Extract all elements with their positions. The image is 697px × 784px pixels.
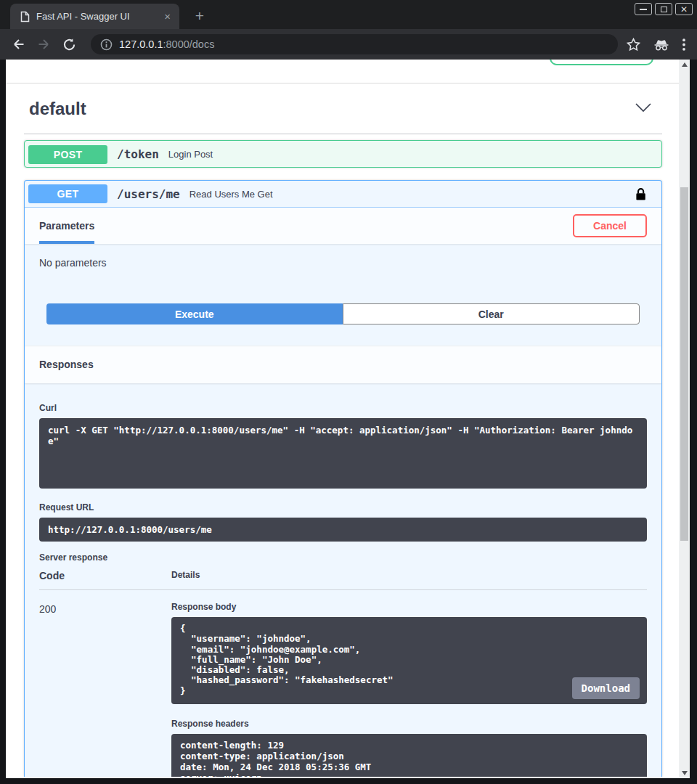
response-row-200: 200 Response body { "username": "johndoe… bbox=[39, 590, 647, 777]
maximize-icon bbox=[661, 7, 667, 12]
back-icon bbox=[12, 38, 25, 51]
forward-icon bbox=[37, 38, 51, 51]
tab-parameters[interactable]: Parameters bbox=[39, 208, 94, 244]
get-users-me-summary[interactable]: GET /users/me Read Users Me Get bbox=[25, 181, 661, 208]
browser-chrome: Fast API - Swagger UI × + ✕ 127.0.0.1:80… bbox=[0, 0, 697, 60]
reload-icon bbox=[62, 38, 76, 52]
cancel-button[interactable]: Cancel bbox=[573, 214, 647, 237]
minimize-icon bbox=[640, 9, 647, 10]
browser-tab[interactable]: Fast API - Swagger UI × bbox=[10, 4, 179, 29]
scroll-down-icon[interactable] bbox=[679, 768, 690, 778]
request-url: http://127.0.0.1:8000/users/me bbox=[39, 518, 647, 542]
parameters-body: No parameters Execute Clear bbox=[25, 244, 661, 346]
auth-lock-icon[interactable] bbox=[635, 187, 646, 201]
clear-button[interactable]: Clear bbox=[343, 303, 640, 324]
curl-label: Curl bbox=[39, 403, 647, 413]
request-url-label: Request URL bbox=[39, 502, 647, 513]
download-button[interactable]: Download bbox=[572, 677, 640, 699]
get-path: /users/me bbox=[117, 187, 180, 201]
minimize-button[interactable] bbox=[635, 3, 652, 15]
code-column-header: Code bbox=[39, 570, 171, 581]
url-bar[interactable]: 127.0.0.1:8000/docs bbox=[91, 34, 618, 54]
response-headers: content-length: 129 content-type: applic… bbox=[171, 734, 647, 777]
site-info-icon[interactable] bbox=[100, 38, 113, 51]
info-section-bottom bbox=[6, 60, 679, 83]
toolbar-right-icons bbox=[624, 38, 688, 52]
post-summary-text: Login Post bbox=[168, 149, 213, 160]
no-parameters-text: No parameters bbox=[39, 257, 647, 269]
tab-bar: Fast API - Swagger UI × + ✕ bbox=[0, 0, 697, 29]
response-table-header: Code Details bbox=[39, 570, 647, 590]
authorize-button-partial[interactable] bbox=[550, 60, 653, 65]
response-body: { "username": "johndoe", "email": "johnd… bbox=[171, 617, 647, 704]
forward-button[interactable] bbox=[34, 38, 53, 51]
chevron-down-icon[interactable] bbox=[635, 102, 652, 115]
response-body-label: Response body bbox=[171, 602, 647, 612]
close-button[interactable]: ✕ bbox=[675, 3, 693, 15]
section-title: default bbox=[24, 99, 86, 119]
incognito-icon bbox=[653, 38, 669, 51]
parameters-header: Parameters Cancel bbox=[25, 208, 661, 244]
post-token-summary[interactable]: POST /token Login Post bbox=[25, 141, 661, 168]
curl-command[interactable]: curl -X GET "http://127.0.0.1:8000/users… bbox=[39, 418, 647, 489]
new-tab-button[interactable]: + bbox=[190, 7, 209, 25]
reload-button[interactable] bbox=[60, 38, 78, 52]
browser-toolbar: 127.0.0.1:8000/docs bbox=[0, 29, 697, 60]
window-controls: ✕ bbox=[635, 3, 693, 15]
opblock-post-token: POST /token Login Post bbox=[24, 140, 662, 168]
status-code: 200 bbox=[39, 599, 171, 777]
server-response-label: Server response bbox=[39, 552, 647, 563]
post-path: /token bbox=[117, 147, 159, 161]
responses-body: Curl curl -X GET "http://127.0.0.1:8000/… bbox=[25, 383, 661, 777]
bookmark-star-icon[interactable] bbox=[627, 38, 640, 52]
get-summary-text: Read Users Me Get bbox=[189, 189, 273, 200]
tab-close-icon[interactable]: × bbox=[163, 11, 172, 22]
execute-button[interactable]: Execute bbox=[46, 303, 343, 324]
page-scrollbar[interactable] bbox=[679, 60, 690, 778]
responses-title: Responses bbox=[39, 359, 94, 370]
tab-title: Fast API - Swagger UI bbox=[36, 11, 163, 22]
scroll-up-icon[interactable] bbox=[679, 60, 690, 70]
close-icon: ✕ bbox=[680, 5, 688, 14]
swagger-page: default POST /token Login Post GET /user… bbox=[6, 60, 679, 778]
opblock-get-users-me: GET /users/me Read Users Me Get Paramete… bbox=[24, 180, 662, 777]
get-method-badge: GET bbox=[28, 184, 107, 203]
back-button[interactable] bbox=[9, 38, 28, 51]
page-favicon-icon bbox=[20, 11, 30, 23]
tag-section-header[interactable]: default bbox=[24, 83, 662, 134]
scrollbar-thumb[interactable] bbox=[680, 187, 688, 541]
response-details: Response body { "username": "johndoe", "… bbox=[171, 599, 647, 777]
execute-button-group: Execute Clear bbox=[39, 303, 647, 346]
response-headers-label: Response headers bbox=[171, 719, 647, 729]
responses-header: Responses bbox=[25, 346, 661, 383]
menu-dots-icon[interactable] bbox=[682, 38, 685, 51]
post-method-badge: POST bbox=[28, 145, 107, 164]
details-column-header: Details bbox=[171, 570, 200, 581]
url-text: 127.0.0.1:8000/docs bbox=[119, 38, 214, 50]
maximize-button[interactable] bbox=[655, 3, 672, 15]
